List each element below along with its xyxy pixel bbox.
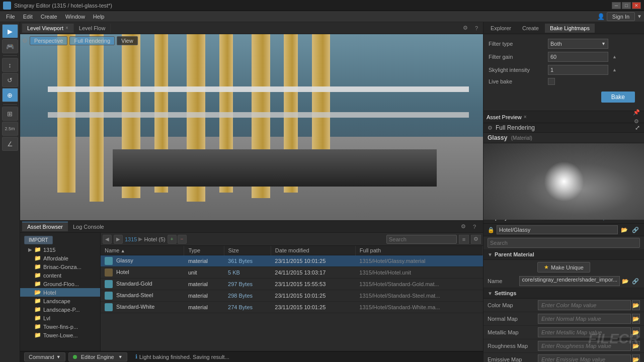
color-map-input[interactable] xyxy=(538,300,631,310)
metallic-map-input[interactable] xyxy=(538,327,631,337)
view-button[interactable]: View xyxy=(117,36,138,45)
parent-material-section[interactable]: ▼ Parent Material xyxy=(484,249,644,260)
tab-create[interactable]: Create xyxy=(517,24,544,33)
maximize-button[interactable]: □ xyxy=(622,2,631,9)
col-path[interactable]: Full path xyxy=(355,246,482,255)
tree-item-affordable[interactable]: 📁 Affordable xyxy=(20,254,100,262)
angle-tool[interactable]: ∠ xyxy=(2,137,18,151)
perspective-button[interactable]: Perspective xyxy=(30,36,67,45)
tree-item-brisac[interactable]: 📁 Brisac-Gonza... xyxy=(20,262,100,271)
tree-item-1315[interactable]: ▶ 📁 1315 xyxy=(20,245,100,254)
live-bake-checkbox[interactable] xyxy=(548,78,555,85)
tree-item-lvl[interactable]: 📁 Lvl xyxy=(20,314,100,322)
prop-search-input[interactable] xyxy=(488,238,640,248)
menu-file[interactable]: File xyxy=(2,13,19,21)
asset-search-input[interactable] xyxy=(386,235,457,244)
move-tool[interactable]: ↕ xyxy=(2,58,18,72)
preview-pin-icon[interactable]: 📌 xyxy=(632,108,641,117)
normal-map-browse-button[interactable]: 📂 xyxy=(632,314,640,324)
filter-gain-spin-up[interactable]: ▲ xyxy=(612,54,617,59)
preview-rendering-label[interactable]: Full Rendering xyxy=(496,124,535,131)
engine-dropdown[interactable]: Editor Engine ▼ xyxy=(68,352,127,361)
roughness-map-input[interactable] xyxy=(538,341,631,351)
play-button[interactable]: ▶ xyxy=(2,24,18,38)
skylight-spin-up[interactable]: ▲ xyxy=(612,67,617,72)
col-size[interactable]: Size xyxy=(224,246,271,255)
asset-browser-settings-icon[interactable]: ⚙ xyxy=(459,222,468,231)
menu-edit[interactable]: Edit xyxy=(19,13,37,21)
tab-log-console[interactable]: Log Console xyxy=(68,222,109,231)
col-date[interactable]: Date modified xyxy=(271,246,355,255)
filter-gain-input[interactable]: 60 xyxy=(548,52,608,62)
remove-asset-button[interactable]: − xyxy=(178,235,187,244)
viewport-tab-close[interactable]: × xyxy=(65,25,68,31)
tab-asset-browser[interactable]: Asset Browser xyxy=(22,222,68,231)
nav-forward-button[interactable]: ▶ xyxy=(114,235,123,244)
filter-button[interactable]: ≡ xyxy=(459,235,469,244)
camera-tool[interactable]: 🎮 xyxy=(2,39,18,53)
tab-bake-lightmaps[interactable]: Bake Lightmaps xyxy=(545,24,595,33)
cell-type: material xyxy=(184,290,224,302)
table-row[interactable]: Standard-Steel material 298 Bytes 23/11/… xyxy=(101,290,483,302)
skylight-intensity-input[interactable]: 1 xyxy=(548,65,608,75)
settings-section[interactable]: ▼ Settings xyxy=(484,288,644,299)
prop-link-icon[interactable]: 🔗 xyxy=(631,225,640,234)
add-asset-button[interactable]: + xyxy=(168,235,177,244)
emissive-map-input[interactable] xyxy=(538,354,631,362)
emissive-map-browse-button[interactable]: 📂 xyxy=(632,354,640,362)
command-dropdown[interactable]: Command ▼ xyxy=(24,352,65,361)
metallic-map-row: Metallic Map 📂 xyxy=(484,326,644,339)
asset-settings-button[interactable]: ⚙ xyxy=(471,235,481,244)
tree-item-import[interactable]: IMPORT xyxy=(20,235,100,245)
name-link-icon[interactable]: 🔗 xyxy=(631,277,640,286)
scale-tool[interactable]: ⊕ xyxy=(2,88,18,102)
tab-label-viewport: Level Viewport xyxy=(27,25,63,31)
table-row[interactable]: Standard-Gold material 297 Bytes 23/11/2… xyxy=(101,279,483,290)
col-type[interactable]: Type xyxy=(184,246,224,255)
menu-window[interactable]: Window xyxy=(61,13,89,21)
table-row[interactable]: Hotel unit 5 KB 24/11/2015 13:03:17 1315… xyxy=(101,267,483,279)
tree-item-content[interactable]: 📁 content xyxy=(20,271,100,280)
viewport-3d[interactable]: ⚙ Perspective Full Rendering View ⤢ xyxy=(20,34,483,220)
menu-help[interactable]: Help xyxy=(89,13,109,21)
viewport-settings-icon[interactable]: ⚙ xyxy=(461,24,470,33)
tab-explorer[interactable]: Explorer xyxy=(486,24,516,33)
tree-item-tower-lowe[interactable]: 📁 Tower-Lowe... xyxy=(20,331,100,339)
measure-tool[interactable]: 2.5m xyxy=(2,122,18,136)
nav-back-button[interactable]: ◀ xyxy=(103,235,112,244)
asset-browser-help-icon[interactable]: ? xyxy=(470,222,479,231)
tree-item-landscape[interactable]: 📁 Landscape xyxy=(20,297,100,305)
make-unique-button[interactable]: ★ Make Unique xyxy=(537,262,590,273)
preview-corner-icon[interactable]: ⤢ xyxy=(635,124,640,131)
full-rendering-button[interactable]: Full Rendering xyxy=(69,36,115,45)
sign-in-button[interactable]: Sign In xyxy=(607,12,635,21)
name-browse-icon[interactable]: 📂 xyxy=(621,277,630,286)
tab-level-viewport[interactable]: Level Viewport × xyxy=(22,24,74,33)
roughness-map-browse-button[interactable]: 📂 xyxy=(632,341,640,351)
tree-item-landscape-p[interactable]: 📁 Landscape-P... xyxy=(20,305,100,314)
bake-button[interactable]: Bake xyxy=(601,92,635,103)
tree-item-hotel[interactable]: 📂 Hotel xyxy=(20,288,100,297)
menu-create[interactable]: Create xyxy=(37,13,61,21)
tab-level-flow[interactable]: Level Flow xyxy=(74,24,111,33)
table-row[interactable]: Standard-White material 274 Bytes 23/11/… xyxy=(101,302,483,313)
close-button[interactable]: ✕ xyxy=(632,2,641,9)
tree-item-tower-fins[interactable]: 📁 Tower-fins-p... xyxy=(20,322,100,331)
prop-path-input[interactable]: Hotel/Glassy xyxy=(497,225,618,234)
tree-item-ground-floor[interactable]: 📁 Ground-Floo... xyxy=(20,280,100,288)
prop-browse-icon[interactable]: 📂 xyxy=(620,225,629,234)
snap-tool[interactable]: ⊞ xyxy=(2,107,18,121)
breadcrumb-root[interactable]: 1315 xyxy=(125,236,137,242)
normal-map-input[interactable] xyxy=(538,314,631,324)
rotate-tool[interactable]: ↺ xyxy=(2,73,18,87)
color-map-browse-button[interactable]: 📂 xyxy=(632,300,640,310)
metallic-map-browse-button[interactable]: 📂 xyxy=(632,327,640,337)
import-button[interactable]: IMPORT xyxy=(24,236,53,244)
filter-type-dropdown[interactable]: Both ▼ xyxy=(548,39,608,49)
col-name[interactable]: Name xyxy=(101,246,184,255)
preview-tab-label[interactable]: Asset Preview xyxy=(487,114,522,120)
minimize-button[interactable]: ─ xyxy=(612,2,621,9)
table-row[interactable]: Glassy material 361 Bytes 23/11/2015 10:… xyxy=(101,255,483,267)
viewport-help-icon[interactable]: ? xyxy=(472,24,481,33)
preview-tab-close[interactable]: × xyxy=(524,114,527,120)
